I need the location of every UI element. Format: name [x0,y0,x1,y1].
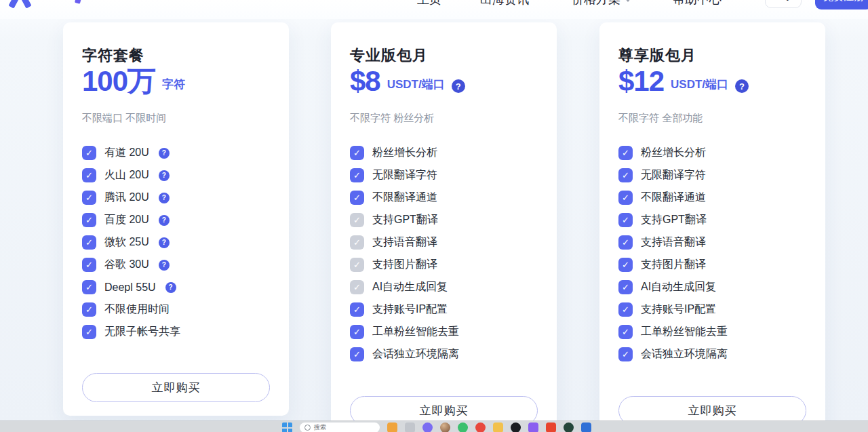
feature-label: 粉丝增长分析 [372,146,437,160]
price-row: $8USDT/端口? [350,63,465,96]
price-row: 100万字符 [82,63,185,96]
help-icon[interactable]: ? [159,215,170,226]
feature-row: ✓不限翻译通道 [350,186,543,209]
feature-row: ✓不限使用时间 [82,298,275,321]
chevron-down-icon [625,0,631,2]
feature-row: ✓AI自动生成回复 [618,276,812,298]
search-placeholder: 搜索 [314,423,326,432]
checkbox-checked-icon: ✓ [350,302,364,317]
card-subtitle: 不限字符 粉丝分析 [350,112,434,125]
search-icon [304,425,311,431]
price-unit: USDT/端口 [671,77,728,96]
checkbox-checked-icon: ✓ [82,213,96,227]
checkbox-disabled-icon: ✓ [350,280,364,294]
feature-label: 有道 20U [104,146,149,160]
checkbox-disabled-icon: ✓ [350,235,364,250]
help-icon[interactable]: ? [159,170,170,181]
help-icon[interactable]: ? [165,282,176,293]
checkbox-disabled-icon: ✓ [350,213,364,227]
feature-label: 粉丝增长分析 [641,146,706,160]
checkbox-checked-icon: ✓ [82,168,96,182]
feature-row: ✓无限翻译字符 [618,164,812,186]
logo-mark-icon [75,0,81,4]
feature-row: ✓腾讯 20U? [82,186,275,209]
checkbox-checked-icon: ✓ [618,258,633,272]
feature-list: ✓粉丝增长分析✓无限翻译字符✓不限翻译通道✓支持GPT翻译✓支持语音翻译✓支持图… [618,142,812,366]
help-icon[interactable]: ? [159,260,170,271]
help-icon[interactable]: ? [159,148,170,159]
help-icon[interactable]: ? [452,79,465,93]
help-icon[interactable]: ? [735,79,749,93]
checkbox-checked-icon: ✓ [350,191,364,205]
feature-row: ✓微软 25U? [82,231,275,254]
nav-item-help-center[interactable]: 帮助中心 [673,0,722,7]
help-icon[interactable]: ? [159,193,170,203]
checkbox-checked-icon: ✓ [82,280,96,294]
feature-label: 不限使用时间 [104,302,170,317]
buy-now-button[interactable]: 立即购买 [82,373,270,402]
checkbox-checked-icon: ✓ [350,325,364,339]
feature-row: ✓Deepl 55U? [82,276,275,298]
feature-label: 支持账号IP配置 [641,302,716,317]
feature-label: 无限翻译字符 [372,168,437,182]
app-purple-circle-icon[interactable] [422,423,433,432]
feature-label: 不限翻译通道 [641,191,706,205]
price-value: $8 [350,67,380,96]
app-orange-icon[interactable] [387,423,397,432]
checkbox-checked-icon: ✓ [82,325,96,339]
checkbox-checked-icon: ✓ [82,235,96,250]
feature-list: ✓粉丝增长分析✓无限翻译字符✓不限翻译通道✓支持GPT翻译✓支持语音翻译✓支持图… [350,142,543,366]
checkbox-checked-icon: ✓ [618,347,633,361]
feature-label: 支持GPT翻译 [372,213,438,227]
checkbox-checked-icon: ✓ [618,325,633,339]
checkbox-checked-icon: ✓ [82,258,96,272]
checkbox-checked-icon: ✓ [82,191,96,205]
checkbox-checked-icon: ✓ [618,280,633,294]
feature-label: 会话独立环境隔离 [372,347,459,361]
taskbar-search[interactable]: 搜索 [300,423,380,432]
feature-row: ✓支持GPT翻译 [350,209,543,231]
card-subtitle: 不限端口 不限时间 [82,112,166,125]
app-blue-icon[interactable] [581,423,591,432]
checkbox-checked-icon: ✓ [618,146,633,160]
top-nav: 主页出海资讯价格方案帮助中心 登录 免费注册 [0,0,868,19]
feature-row: ✓无限子帐号共享 [82,321,275,343]
login-button[interactable]: 登录 [765,0,802,8]
app-violet-icon[interactable] [528,423,538,432]
feature-row: ✓支持图片翻译 [350,254,543,276]
folder-icon[interactable] [493,423,503,432]
feature-label: 火山 20U [104,168,149,182]
windows-start-icon[interactable] [282,423,292,432]
nav-item-home[interactable]: 主页 [417,0,441,7]
feature-label: 工单粉丝智能去重 [372,325,459,339]
register-button[interactable]: 免费注册 [815,0,868,9]
feature-label: 无限翻译字符 [641,168,706,182]
app-darkgreen-icon[interactable] [564,423,574,432]
feature-label: AI自动生成回复 [372,280,448,294]
nav-item-pricing[interactable]: 价格方案 [572,0,631,7]
app-green-icon[interactable] [458,423,468,432]
nav-item-overseas-news[interactable]: 出海资讯 [480,0,529,7]
avatar-icon[interactable] [440,423,450,432]
taskbar-icons: 搜索 [282,423,591,432]
checkbox-checked-icon: ✓ [350,168,364,182]
help-icon[interactable]: ? [159,237,170,248]
feature-row: ✓百度 20U? [82,209,275,231]
feature-row: ✓工单粉丝智能去重 [618,321,812,343]
app-black-icon[interactable] [511,423,521,432]
card-subtitle: 不限字符 全部功能 [618,112,703,125]
pinned-gray-icon[interactable] [405,423,415,432]
feature-row: ✓支持账号IP配置 [618,298,812,321]
feature-row: ✓支持语音翻译 [618,231,812,254]
checkbox-checked-icon: ✓ [82,302,96,317]
app-red-icon[interactable] [475,423,486,432]
play-icon[interactable] [546,423,556,432]
windows-taskbar: 搜索 [0,420,868,432]
feature-row: ✓支持语音翻译 [350,231,543,254]
price-unit: 字符 [162,77,185,96]
checkbox-checked-icon: ✓ [350,347,364,361]
checkbox-checked-icon: ✓ [618,213,633,227]
price-row: $12USDT/端口? [618,63,749,96]
feature-label: 支持语音翻译 [372,235,437,250]
feature-row: ✓谷歌 30U? [82,254,275,276]
